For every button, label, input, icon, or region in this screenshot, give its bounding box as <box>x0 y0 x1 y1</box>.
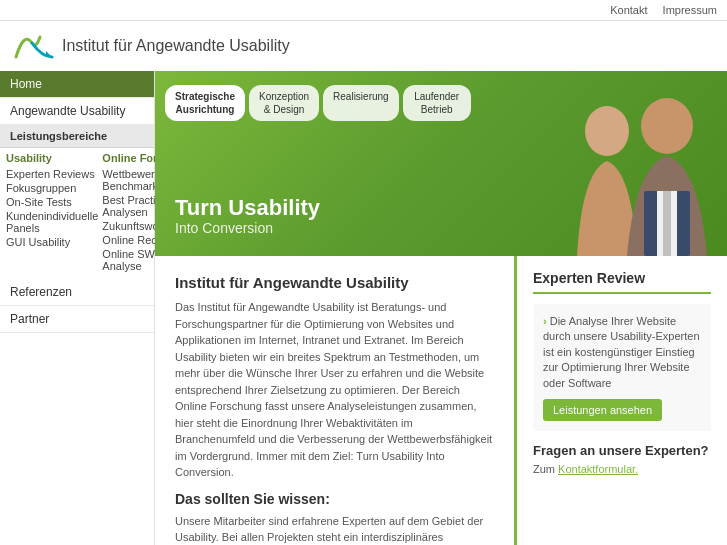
hero-image <box>527 71 727 256</box>
hero-steps: StrategischeAusrichtung Konzeption& Desi… <box>165 85 471 121</box>
sidebar-item-gui[interactable]: GUI Usability <box>6 235 98 249</box>
svg-rect-5 <box>663 191 671 256</box>
kontaktformular-link[interactable]: Kontaktformular. <box>558 463 638 475</box>
sidebar-leistung-columns: Usability Experten Reviews Fokusgruppen … <box>0 148 154 279</box>
sidebar-item-home[interactable]: Home <box>0 71 154 98</box>
kontakt-link[interactable]: Kontakt <box>610 4 647 16</box>
fragen-text: Zum Kontaktformular. <box>533 463 711 475</box>
content-sub-title: Das sollten Sie wissen: <box>175 491 494 507</box>
main-wrapper: Home Angewandte Usability Leistungsberei… <box>0 71 727 545</box>
sidebar-item-referenzen[interactable]: Referenzen <box>0 279 154 306</box>
right-panel-title: Experten Review <box>533 270 711 294</box>
sidebar-col-usability: Usability Experten Reviews Fokusgruppen … <box>6 152 98 273</box>
content-main-body: Das Institut für Angewandte Usability is… <box>175 299 494 481</box>
logo-text: Institut für Angewandte Usability <box>62 37 290 55</box>
header: Institut für Angewandte Usability <box>0 21 727 71</box>
fragen-title: Fragen an unsere Experten? <box>533 443 711 458</box>
svg-point-2 <box>641 98 693 154</box>
sidebar-item-panels[interactable]: Kundenindividuelle Panels <box>6 209 98 235</box>
content-area: StrategischeAusrichtung Konzeption& Desi… <box>155 71 727 545</box>
sidebar-usability-title: Usability <box>6 152 98 164</box>
expert-review-text: Die Analyse Ihrer Website durch unsere U… <box>543 314 701 391</box>
hero-subtitle: Into Conversion <box>175 220 320 236</box>
main-content: Institut für Angewandte Usability Das In… <box>155 256 727 545</box>
sidebar-item-experten-reviews[interactable]: Experten Reviews <box>6 167 98 181</box>
hero-persons-svg <box>527 71 727 256</box>
step-1: StrategischeAusrichtung <box>165 85 245 121</box>
hero-title: Turn Usability <box>175 196 320 220</box>
hero-text: Turn Usability Into Conversion <box>175 196 320 236</box>
logo-icon <box>14 29 54 63</box>
impressum-link[interactable]: Impressum <box>663 4 717 16</box>
fragen-section: Fragen an unsere Experten? Zum Kontaktfo… <box>533 443 711 475</box>
sidebar-item-on-site-tests[interactable]: On-Site Tests <box>6 195 98 209</box>
logo-container: Institut für Angewandte Usability <box>14 29 290 63</box>
sidebar-item-fokusgruppen[interactable]: Fokusgruppen <box>6 181 98 195</box>
leistungen-btn[interactable]: Leistungen ansehen <box>543 399 662 421</box>
expert-review-box: Die Analyse Ihrer Website durch unsere U… <box>533 304 711 431</box>
sidebar-item-angewandte[interactable]: Angewandte Usability <box>0 98 154 125</box>
step-4: LaufenderBetrieb <box>403 85 471 121</box>
sidebar-item-partner[interactable]: Partner <box>0 306 154 333</box>
content-sub-body: Unsere Mitarbeiter sind erfahrene Expert… <box>175 513 494 546</box>
sidebar: Home Angewandte Usability Leistungsberei… <box>0 71 155 545</box>
svg-marker-0 <box>46 51 52 57</box>
sidebar-section-leistungsbereiche: Leistungsbereiche <box>0 125 154 148</box>
hero-section: StrategischeAusrichtung Konzeption& Desi… <box>155 71 727 256</box>
step-3: Realisierung <box>323 85 399 121</box>
top-bar: Kontakt Impressum <box>0 0 727 21</box>
content-right: Experten Review Die Analyse Ihrer Websit… <box>517 256 727 545</box>
step-2: Konzeption& Design <box>249 85 319 121</box>
svg-point-1 <box>585 106 629 156</box>
content-left: Institut für Angewandte Usability Das In… <box>155 256 517 545</box>
content-main-title: Institut für Angewandte Usability <box>175 274 494 291</box>
